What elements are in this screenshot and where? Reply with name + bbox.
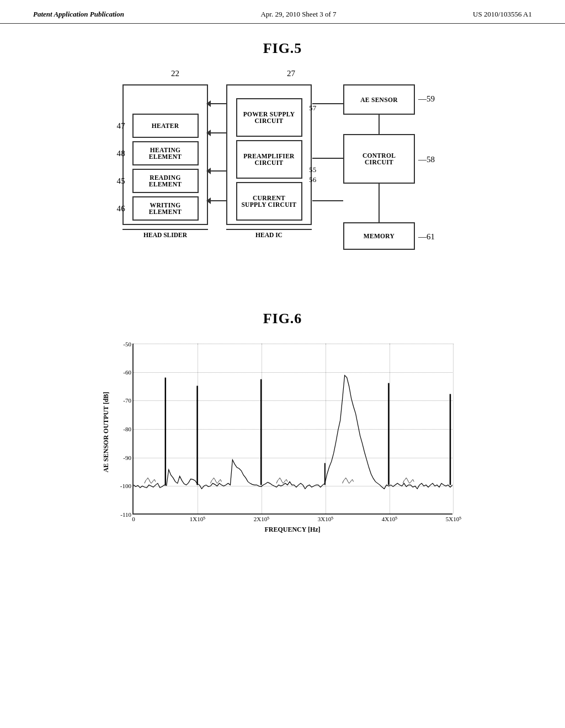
xtick-3: 3X10⁵ (318, 516, 333, 523)
grid-v-5 (453, 344, 454, 513)
noise-detail-5 (403, 478, 414, 483)
power-supply-label: POWER SUPPLY CIRCUIT (243, 111, 295, 124)
label-22: 22 (171, 69, 179, 78)
arrowhead-reading-pre (206, 168, 211, 174)
fig6-container: AE SENSOR OUTPUT [dB] -50 -60 -70 -80 -9… (95, 338, 470, 542)
ae-sensor-label: AE SENSOR (360, 97, 398, 103)
fig5-title: FIG.5 (33, 40, 532, 57)
ytick-70: -70 (123, 397, 131, 404)
preamplifier-box: PREAMPLIFIER CIRCUIT 55 56 (236, 140, 302, 179)
current-supply-box: CURRENT SUPPLY CIRCUIT (236, 182, 302, 221)
control-circuit-label: CONTROL CIRCUIT (363, 152, 396, 165)
ytick-60: -60 (123, 369, 131, 376)
arrow-pre-ctrl (312, 158, 343, 159)
fig6-title: FIG.6 (33, 311, 532, 327)
writing-element-box: WRITING ELEMENT 46 (132, 196, 199, 221)
label-58: —58 (418, 155, 435, 164)
noise-detail-4 (343, 478, 354, 483)
reading-element-box: READING ELEMENT 45 (132, 169, 199, 193)
reading-element-label: READING ELEMENT (149, 174, 182, 188)
ytick-80: -80 (123, 426, 131, 432)
label-55: 55 (309, 165, 317, 174)
head-slider-label: HEAD SLIDER (122, 229, 208, 238)
xtick-5: 5X10⁵ (446, 516, 461, 523)
head-slider-box: HEATER 47 HEATING ELEMENT 48 READING ELE… (122, 84, 208, 225)
ytick-50: -50 (123, 341, 131, 347)
noise-detail-2 (211, 478, 222, 483)
label-45: 45 (117, 176, 126, 186)
xtick-4: 4X10⁵ (382, 516, 397, 523)
chart-wrapper: AE SENSOR OUTPUT [dB] -50 -60 -70 -80 -9… (95, 338, 470, 542)
head-ic-box: POWER SUPPLY CIRCUIT 57 PREAMPLIFIER CIR… (226, 84, 312, 225)
header-right: US 2010/103556 A1 (473, 10, 532, 19)
heating-element-label: HEATING ELEMENT (149, 147, 182, 160)
heater-box: HEATER 47 (132, 114, 199, 138)
chart-area: -50 -60 -70 -80 -90 -100 -110 (132, 344, 452, 515)
heating-element-box: HEATING ELEMENT 48 (132, 141, 199, 165)
current-supply-label: CURRENT SUPPLY CIRCUIT (241, 195, 296, 208)
label-61: —61 (418, 232, 435, 242)
ytick-100: -100 (120, 483, 131, 489)
ytick-110: -110 (120, 511, 131, 518)
x-axis-label: FREQUENCY [Hz] (132, 526, 452, 534)
xtick-0: 0 (132, 516, 135, 522)
control-circuit-box: CONTROL CIRCUIT (343, 134, 415, 184)
arrowhead-writing-current (206, 197, 211, 204)
main-content: FIG.5 22 27 HEATER 47 HEATING ELEMENT 48… (0, 24, 565, 559)
xtick-1: 1X10⁵ (190, 516, 205, 523)
writing-element-label: WRITING ELEMENT (149, 202, 182, 215)
arrowhead-heating-power (206, 130, 211, 136)
noise-detail-3 (276, 478, 287, 483)
arrow-curr-ctrl (312, 200, 343, 201)
heater-label: HEATER (152, 122, 179, 129)
label-46: 46 (117, 204, 126, 213)
y-axis-label-wrapper: AE SENSOR OUTPUT [dB] (95, 338, 117, 526)
fig5-diagram: 22 27 HEATER 47 HEATING ELEMENT 48 READI… (89, 68, 476, 288)
arrow-power-ctrl (312, 103, 343, 104)
label-56: 56 (309, 175, 317, 184)
memory-box: MEMORY (343, 222, 415, 250)
power-supply-box: POWER SUPPLY CIRCUIT 57 (236, 98, 302, 137)
label-27: 27 (287, 69, 295, 78)
noise-baseline (134, 376, 452, 489)
xtick-2: 2X10⁵ (254, 516, 269, 523)
label-57: 57 (309, 104, 317, 113)
header-left: Patent Application Publication (33, 10, 124, 19)
noise-detail-1 (145, 478, 156, 483)
label-48: 48 (117, 149, 126, 158)
preamplifier-label: PREAMPLIFIER CIRCUIT (243, 153, 294, 166)
line-ctrl-mem (379, 184, 380, 222)
header-center: Apr. 29, 2010 Sheet 3 of 7 (260, 10, 336, 19)
y-axis-label: AE SENSOR OUTPUT [dB] (102, 392, 110, 472)
label-47: 47 (117, 121, 126, 131)
page-header: Patent Application Publication Apr. 29, … (0, 0, 565, 24)
spectrum-svg (134, 344, 452, 513)
line-ae-ctrl (379, 115, 380, 135)
ae-sensor-box: AE SENSOR (343, 84, 415, 115)
head-ic-label: HEAD IC (226, 229, 312, 238)
arrowhead-heater-power (206, 100, 211, 107)
ytick-90: -90 (123, 454, 131, 461)
label-59: —59 (418, 94, 435, 104)
memory-label: MEMORY (364, 233, 395, 239)
